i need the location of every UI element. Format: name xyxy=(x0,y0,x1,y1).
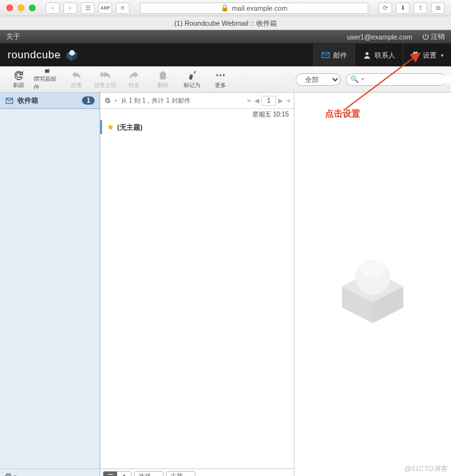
nav-mail[interactable]: 邮件 xyxy=(313,44,355,66)
reply-button: 回复 xyxy=(63,68,90,91)
roundcube-logo: roundcube xyxy=(8,48,80,63)
mail-icon xyxy=(321,51,330,59)
scope-select[interactable]: 全部 xyxy=(296,73,341,86)
chevron-down-icon: ▾ xyxy=(441,53,443,58)
lock-icon: 🔒 xyxy=(220,4,229,12)
main-nav: 邮件 联系人 设置 ▾ xyxy=(313,44,451,66)
compose-button[interactable]: 撰写新邮件 xyxy=(34,68,61,91)
mail-toolbar: 刷新 撰写新邮件 回复 回复全部 转发 删除 标记为 更多 全部 🔍 ▾ ⊗ xyxy=(0,66,451,93)
reader-button[interactable]: ≡ xyxy=(116,3,130,14)
svg-point-14 xyxy=(360,261,385,277)
svg-point-8 xyxy=(220,74,222,76)
chevron-down-icon[interactable]: ▾ xyxy=(14,473,16,476)
preview-pane xyxy=(294,93,451,476)
refresh-button[interactable]: 刷新 xyxy=(5,68,33,91)
page-first-icon: ⇤ xyxy=(247,97,252,104)
search-icon: 🔍 xyxy=(350,75,359,83)
marker-icon xyxy=(186,70,197,81)
message-list-header: ▾ 从 1 到 1，共计 1 封邮件 ⇤ ◀ 1 ▶ ⇥ xyxy=(100,93,294,109)
forward-button: 转发 xyxy=(120,68,148,91)
roundcube-placeholder-icon xyxy=(329,244,417,332)
address-bar[interactable]: 🔒 mail.example.com xyxy=(140,3,368,14)
user-email-link[interactable]: user1@example.com xyxy=(347,33,412,41)
sidebar-footer: ▾ xyxy=(0,468,100,476)
about-link[interactable]: 关于 xyxy=(6,32,20,41)
page-last-icon: ⇥ xyxy=(285,97,290,104)
about-bar: 关于 user1@example.com 注销 xyxy=(0,30,451,44)
folder-label: 收件箱 xyxy=(18,96,38,105)
sidebar-button[interactable]: ☰ xyxy=(81,3,95,14)
brand-bar: roundcube 邮件 联系人 设置 ▾ xyxy=(0,44,451,66)
browser-tab-title: (1) Roundcube Webmail :: 收件箱 xyxy=(0,16,451,30)
page-next-icon: ▶ xyxy=(278,97,283,104)
logout-button[interactable]: 注销 xyxy=(422,32,445,41)
page-prev-icon: ◀ xyxy=(254,97,259,104)
list-view-icon[interactable]: ☰ xyxy=(103,472,117,477)
message-date: 星期五 10:15 xyxy=(100,109,294,120)
svg-point-5 xyxy=(366,52,369,55)
reply-icon xyxy=(71,70,82,81)
refresh-icon xyxy=(13,70,24,81)
gear-icon xyxy=(411,51,420,59)
page-number[interactable]: 1 xyxy=(261,96,276,106)
message-row[interactable]: ★ (无主题) xyxy=(100,120,294,134)
main-area: 收件箱 1 ▾ ▾ 从 1 到 1，共计 1 封邮件 ⇤ ◀ 1 ▶ ⇥ 星期五… xyxy=(0,93,451,476)
nav-contacts[interactable]: 联系人 xyxy=(355,44,403,66)
window-controls xyxy=(6,4,36,11)
compose-icon xyxy=(42,68,53,75)
search-input[interactable] xyxy=(366,76,451,83)
browser-toolbar: ‹ › ☰ ABP ≡ 🔒 mail.example.com ⟳ ⬇ ⇧ ⧉ xyxy=(0,0,451,16)
search-container: 🔍 ▾ ⊗ xyxy=(346,73,446,86)
extension-button[interactable]: ABP xyxy=(98,3,112,14)
share-button[interactable]: ⇧ xyxy=(413,3,427,14)
select-dropdown[interactable]: 选择 ▾ xyxy=(134,471,163,477)
reply-all-icon xyxy=(100,70,111,81)
message-list-pane: ▾ 从 1 到 1，共计 1 封邮件 ⇤ ◀ 1 ▶ ⇥ 星期五 10:15 ★… xyxy=(100,93,294,476)
svg-point-9 xyxy=(223,74,225,76)
trash-icon xyxy=(157,70,168,81)
gear-icon[interactable] xyxy=(4,472,13,477)
delete-button: 删除 xyxy=(149,68,177,91)
forward-icon xyxy=(128,70,140,81)
cube-icon xyxy=(65,48,80,63)
message-list-footer: ☰ ⋔ 选择 ▾ 主题 ▾ xyxy=(100,468,294,476)
chevron-down-icon[interactable]: ▾ xyxy=(115,98,117,103)
topic-dropdown[interactable]: 主题 ▾ xyxy=(166,471,195,477)
chevron-down-icon[interactable]: ▾ xyxy=(361,76,364,82)
more-icon xyxy=(215,70,226,81)
message-subject: (无主题) xyxy=(117,123,142,132)
thread-view-icon[interactable]: ⋔ xyxy=(117,472,131,477)
mark-button[interactable]: 标记为 xyxy=(178,68,205,91)
folder-inbox[interactable]: 收件箱 1 xyxy=(0,93,100,109)
star-icon[interactable]: ★ xyxy=(107,123,114,132)
nav-settings[interactable]: 设置 ▾ xyxy=(403,44,451,66)
person-icon xyxy=(363,51,371,59)
watermark: @51CTO博客 xyxy=(405,464,447,473)
inbox-icon xyxy=(5,96,14,105)
svg-point-4 xyxy=(70,50,74,53)
power-icon xyxy=(422,33,429,40)
back-button[interactable]: ‹ xyxy=(46,3,60,14)
more-button[interactable]: 更多 xyxy=(207,68,234,91)
list-summary: 从 1 到 1，共计 1 封邮件 xyxy=(121,96,190,105)
view-toggle[interactable]: ☰ ⋔ xyxy=(103,471,132,477)
tabs-button[interactable]: ⧉ xyxy=(431,3,445,14)
reload-button[interactable]: ⟳ xyxy=(378,3,392,14)
url-text: mail.example.com xyxy=(232,4,288,12)
unread-badge: 1 xyxy=(82,96,95,105)
maximize-window-icon[interactable] xyxy=(29,4,36,11)
forward-button[interactable]: › xyxy=(63,3,77,14)
folder-sidebar: 收件箱 1 ▾ xyxy=(0,93,100,476)
reply-all-button: 回复全部 xyxy=(91,68,119,91)
close-window-icon[interactable] xyxy=(6,4,13,11)
svg-point-7 xyxy=(216,74,218,76)
svg-rect-6 xyxy=(45,69,49,73)
downloads-button[interactable]: ⬇ xyxy=(396,3,410,14)
gear-icon[interactable] xyxy=(104,97,111,104)
minimize-window-icon[interactable] xyxy=(18,4,24,11)
